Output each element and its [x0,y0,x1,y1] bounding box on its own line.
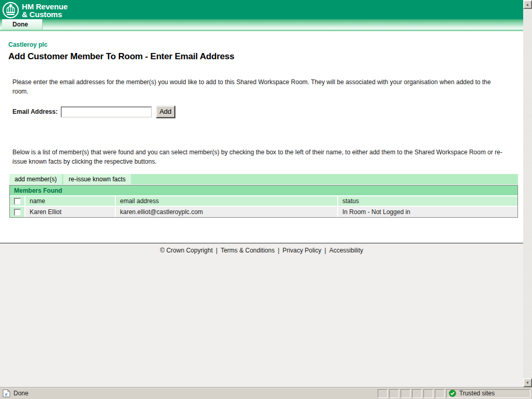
page-content: Castleroy plc Add Customer Member To Roo… [0,31,523,243]
intro-text: Please enter the email addresses for the… [12,77,503,96]
status-panel [435,389,445,398]
brand-header: HM Revenue & Customs [0,0,523,19]
select-all-cell [10,196,25,206]
status-bar: e Done Trusted sites [0,387,532,399]
brand-wordmark: HM Revenue & Customs [22,2,68,18]
add-button[interactable]: Add [156,105,175,118]
footer-separator: | [325,247,326,254]
status-panel [378,389,388,398]
accessibility-link[interactable]: Accessibility [329,247,363,254]
table-caption: Members Found [10,185,517,196]
member-name: Karen Elliot [25,207,116,217]
status-main-pane: e Done [1,389,376,398]
email-address-input[interactable] [61,107,152,117]
column-header-status: status [338,196,517,206]
status-panel [423,389,433,398]
email-entry-row: Email Address: Add [12,105,523,118]
tab-bar: Done [0,19,523,31]
member-status: In Room - Not Logged in [338,207,517,217]
organisation-link[interactable]: Castleroy plc [8,41,47,48]
crown-copyright: © Crown Copyright [160,247,213,254]
vertical-scrollbar[interactable]: ▲ ▼ [523,0,532,387]
page-footer: © Crown Copyright|Terms & Conditions|Pri… [0,243,523,387]
browser-viewport: HM Revenue & Customs Done Castleroy plc … [0,0,523,387]
footer-separator: | [216,247,218,254]
crown-in-circle-icon [2,2,19,19]
select-all-checkbox[interactable] [14,198,21,205]
scroll-down-button[interactable]: ▼ [523,378,532,387]
member-checkbox-cell [10,207,25,217]
members-found-table: Members Found name email address status … [9,185,518,218]
status-text: Done [14,390,29,397]
brand-line1: HM Revenue [22,3,68,10]
ie-page-icon: e [3,389,10,397]
security-zone-label: Trusted sites [459,390,495,397]
svg-text:e: e [5,391,8,397]
column-header-email: email address [116,196,338,206]
security-zone-pane: Trusted sites [446,389,530,398]
column-header-name: name [25,196,116,206]
scroll-up-button[interactable]: ▲ [523,0,532,9]
reissue-known-facts-button[interactable]: re-issue known facts [63,174,130,184]
list-instructions: Below is a list of member(s) that were f… [12,148,503,166]
status-panel [389,389,399,398]
brand-line2: & Customs [22,10,68,18]
member-email: karen.elliot@castleroyplc.com [116,207,338,217]
add-members-button[interactable]: add member(s) [9,174,62,184]
status-panel [412,389,422,398]
privacy-policy-link[interactable]: Privacy Policy [283,247,322,254]
trusted-sites-check-icon [449,390,456,397]
footer-separator: | [278,247,280,254]
page-title: Add Customer Member To Room - Enter Emai… [8,51,523,62]
member-checkbox[interactable] [14,209,21,216]
table-row: Karen Elliot karen.elliot@castleroyplc.c… [10,207,517,217]
email-address-label: Email Address: [12,108,58,115]
status-panel [401,389,410,398]
terms-conditions-link[interactable]: Terms & Conditions [221,247,275,254]
table-header-row: name email address status [10,196,517,207]
members-toolbar: add member(s) re-issue known facts [9,174,518,184]
done-tab[interactable]: Done [2,19,43,30]
